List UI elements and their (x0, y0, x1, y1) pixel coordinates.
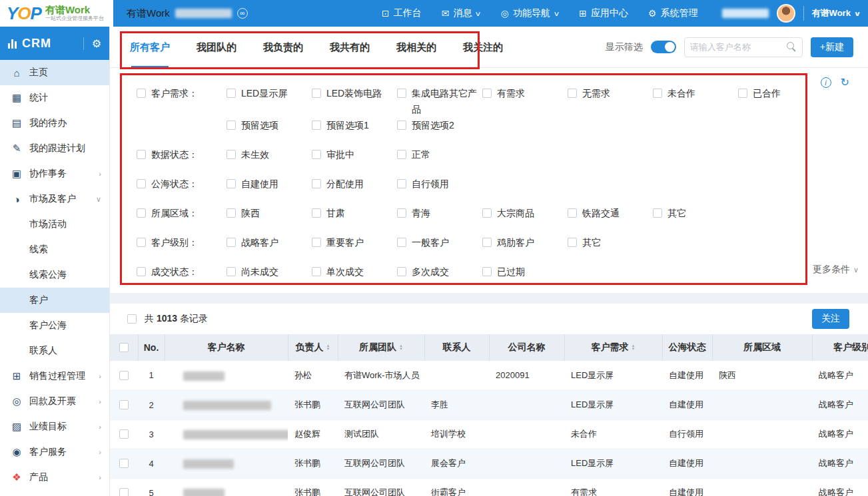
refresh-icon[interactable]: ↻ (841, 76, 849, 89)
row-checkbox[interactable] (119, 371, 129, 380)
follow-button[interactable]: 关注 (812, 309, 849, 329)
filter-option[interactable]: 已合作 (738, 85, 823, 117)
info-icon[interactable]: i (821, 77, 831, 88)
gear-icon[interactable]: ⚙ (83, 37, 101, 50)
filter-option[interactable]: 陕西 (226, 205, 312, 221)
topbar-nav-compass[interactable]: ◎功能导航∨ (501, 7, 560, 19)
tab-team[interactable]: 我团队的 (197, 27, 236, 68)
filter-option[interactable]: 其它 (653, 205, 738, 221)
filter-option[interactable]: 预留选项2 (397, 117, 482, 133)
filter-option[interactable]: 分配使用 (312, 176, 397, 192)
show-filter-toggle[interactable] (651, 41, 676, 53)
checkbox[interactable] (482, 89, 492, 98)
sidebar-item-home[interactable]: ⌂主页 (0, 60, 109, 85)
topbar-nav-system[interactable]: ⚙系统管理 (648, 7, 698, 19)
checkbox[interactable] (568, 238, 577, 247)
row-checkbox[interactable] (119, 400, 129, 409)
filter-option[interactable]: 自行领用 (397, 176, 482, 192)
sidebar-item-collaboration[interactable]: ▣协作事务› (0, 161, 109, 186)
sort-icon[interactable]: ▲▼ (399, 344, 403, 351)
filter-option[interactable]: 其它 (568, 234, 653, 250)
filter-group-checkbox[interactable] (137, 238, 146, 247)
tab-shared[interactable]: 我共有的 (330, 27, 370, 68)
tab-all[interactable]: 所有客户 (130, 27, 170, 68)
column-header[interactable]: 客户需求▲▼ (564, 334, 662, 361)
sidebar-item-performance-targets[interactable]: ▨业绩目标› (0, 414, 109, 439)
sidebar-item-payment-invoice[interactable]: ◎回款及开票› (0, 389, 109, 414)
checkbox[interactable] (312, 150, 321, 159)
checkbox[interactable] (397, 238, 406, 247)
checkbox[interactable] (397, 150, 406, 159)
sidebar-item-market-activities[interactable]: 市场活动 (0, 212, 109, 237)
row-checkbox[interactable] (119, 488, 129, 496)
sidebar-item-leads[interactable]: 线索 (0, 237, 109, 262)
filter-group-checkbox[interactable] (137, 150, 146, 159)
user-menu[interactable]: 有谱Work∨ (803, 6, 860, 21)
checkbox[interactable] (397, 179, 406, 188)
checkbox[interactable] (226, 208, 236, 218)
sidebar-item-market-customers[interactable]: ◑市场及客户∨ (0, 186, 109, 212)
sidebar-item-follow-plans[interactable]: ✎我的跟进计划 (0, 136, 109, 161)
sidebar-item-contacts[interactable]: 联系人 (0, 338, 109, 364)
filter-option[interactable]: 大宗商品 (482, 205, 568, 221)
filter-option[interactable]: 审批中 (312, 146, 397, 162)
filter-group-checkbox[interactable] (137, 89, 146, 98)
filter-option[interactable]: 预留选项1 (312, 117, 397, 133)
tab-mine[interactable]: 我负责的 (263, 27, 303, 68)
more-conditions-link[interactable]: 更多条件 ∨ (813, 264, 859, 276)
search-input[interactable] (690, 42, 787, 52)
checkbox[interactable] (653, 89, 662, 98)
filter-option[interactable]: 未合作 (653, 85, 738, 117)
filter-option[interactable]: 无需求 (568, 85, 653, 117)
checkbox[interactable] (312, 89, 321, 98)
filter-option[interactable]: 鸡肋客户 (482, 234, 568, 250)
checkbox[interactable] (397, 208, 406, 218)
checkbox[interactable] (312, 267, 321, 276)
sidebar-item-lead-pool[interactable]: 线索公海 (0, 262, 109, 288)
select-all-checkbox[interactable] (127, 314, 137, 324)
checkbox[interactable] (397, 267, 406, 276)
checkbox[interactable] (312, 179, 321, 188)
topbar-nav-appcenter[interactable]: ⊞应用中心 (579, 7, 628, 19)
search-icon[interactable] (787, 42, 797, 52)
sidebar-item-products[interactable]: ❖产品› (0, 465, 109, 490)
column-header[interactable]: 负责人▲▼ (288, 334, 338, 361)
filter-option[interactable]: 青海 (397, 205, 482, 221)
topbar-nav-workbench[interactable]: ⊡工作台 (382, 7, 422, 19)
avatar[interactable] (777, 4, 795, 23)
column-header[interactable]: 所属团队▲▼ (338, 334, 424, 361)
checkbox[interactable] (482, 267, 492, 276)
filter-group-checkbox[interactable] (137, 267, 146, 276)
row-checkbox[interactable] (119, 429, 129, 439)
filter-option[interactable]: 预留选项 (226, 117, 312, 133)
topbar-nav-message[interactable]: ✉消息∨ (442, 7, 481, 19)
filter-group-checkbox[interactable] (137, 179, 146, 188)
filter-option[interactable]: 已过期 (482, 264, 568, 280)
filter-option[interactable]: LED显示屏 (226, 85, 312, 117)
checkbox[interactable] (312, 238, 321, 247)
link-icon[interactable]: ∞ (237, 8, 248, 19)
filter-option[interactable]: 集成电路其它产品 (397, 85, 482, 117)
tab-related[interactable]: 我相关的 (396, 27, 436, 68)
filter-option[interactable]: 铁路交通 (568, 205, 653, 221)
sidebar-item-sales-process[interactable]: ⊞销售过程管理› (0, 364, 109, 389)
filter-option[interactable]: 正常 (397, 146, 482, 162)
new-button[interactable]: +新建 (811, 37, 853, 57)
checkbox[interactable] (226, 267, 236, 276)
filter-group-checkbox[interactable] (137, 208, 146, 218)
checkbox[interactable] (738, 89, 747, 98)
sidebar-item-customers[interactable]: 客户 (0, 288, 109, 313)
header-checkbox[interactable] (119, 343, 129, 352)
checkbox[interactable] (226, 121, 236, 130)
checkbox[interactable] (226, 150, 236, 159)
tab-followed[interactable]: 我关注的 (463, 27, 503, 68)
checkbox[interactable] (482, 238, 492, 247)
checkbox[interactable] (312, 208, 321, 218)
sidebar-item-stats[interactable]: ▦统计 (0, 85, 109, 111)
checkbox[interactable] (226, 179, 236, 188)
checkbox[interactable] (226, 89, 236, 98)
sidebar-item-customer-service[interactable]: ◉客户服务› (0, 439, 109, 465)
checkbox[interactable] (397, 89, 406, 98)
sort-icon[interactable]: ▲▼ (632, 344, 636, 351)
filter-option[interactable]: 战略客户 (226, 234, 312, 250)
